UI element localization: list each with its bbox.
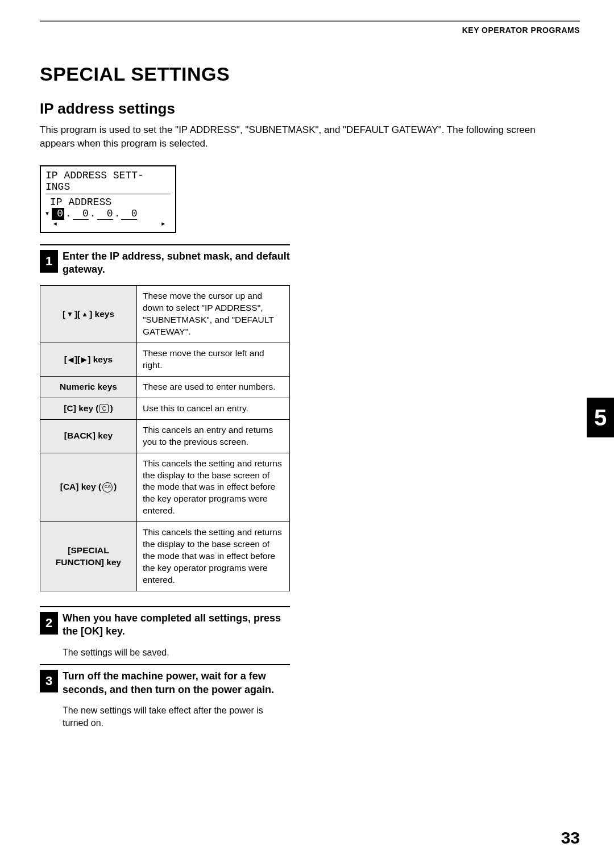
table-row: [CA] key (CA) This cancels the setting a… (40, 453, 290, 522)
subsection-title: IP address settings (40, 100, 580, 118)
header-rule (40, 20, 580, 22)
step-title: Enter the IP address, subnet mask, and d… (63, 250, 290, 277)
updown-keys-label: [▼][▲] keys (63, 308, 114, 320)
section-title: SPECIAL SETTINGS (40, 63, 580, 85)
step-2: 2 When you have completed all settings, … (40, 612, 290, 639)
right-triangle-icon: ▶ (81, 356, 86, 363)
step-divider (40, 606, 290, 607)
step-note: The new settings will take effect after … (63, 704, 290, 729)
ca-key-icon: CA (102, 482, 113, 493)
table-row: [◀][▶] keys These move the cursor left a… (40, 343, 290, 377)
lcd-screen: IP ADDRESS SETT- INGS IP ADDRESS ▼ 0.0.0… (40, 165, 176, 233)
down-arrow-icon: ▼ (45, 211, 49, 217)
step-3: 3 Turn off the machine power, wait for a… (40, 670, 290, 696)
lcd-line-1b: INGS (45, 181, 171, 193)
page-number: 33 (561, 828, 580, 848)
numeric-keys-label: Numeric keys (40, 376, 137, 398)
lcd-line-1: IP ADDRESS SETT- (45, 170, 171, 181)
special-function-key-label: [SPECIAL FUNCTION] key (40, 522, 137, 591)
step-divider (40, 244, 290, 245)
leftright-keys-label: [◀][▶] keys (64, 354, 113, 366)
up-triangle-icon: ▲ (81, 311, 88, 318)
step-number-badge: 2 (40, 612, 58, 635)
key-desc: These are used to enter numbers. (137, 376, 290, 398)
lcd-line-2: IP ADDRESS (45, 197, 171, 208)
step-title: When you have completed all settings, pr… (63, 612, 290, 639)
key-desc: This cancels the setting and returns the… (137, 453, 290, 522)
step-number-badge: 3 (40, 670, 58, 692)
right-arrow-icon: ► (161, 221, 165, 227)
table-row: Numeric keys These are used to enter num… (40, 376, 290, 398)
key-desc: These move the cursor left and right. (137, 343, 290, 377)
table-row: [SPECIAL FUNCTION] key This cancels the … (40, 522, 290, 591)
left-arrow-icon: ◄ (53, 221, 57, 227)
table-row: [BACK] key This cancels an entry and ret… (40, 419, 290, 453)
lcd-ip-value: 0.0.0.0 (51, 208, 138, 220)
ca-key-label: [CA] key (CA) (60, 481, 117, 493)
step-number-badge: 1 (40, 250, 58, 273)
step-note: The settings will be saved. (63, 646, 290, 659)
c-key-icon: C (99, 404, 109, 413)
key-desc: This cancels the setting and returns the… (137, 522, 290, 591)
running-head: KEY OPERATOR PROGRAMS (40, 26, 580, 35)
key-desc: These move the cursor up and down to sel… (137, 286, 290, 343)
down-triangle-icon: ▼ (67, 311, 73, 318)
step-divider (40, 664, 290, 665)
step-title: Turn off the machine power, wait for a f… (63, 670, 290, 696)
key-desc: Use this to cancel an entry. (137, 398, 290, 419)
key-desc: This cancels an entry and returns you to… (137, 419, 290, 453)
c-key-label: [C] key (C) (64, 403, 113, 415)
chapter-tab: 5 (587, 398, 614, 437)
intro-paragraph: This program is used to set the "IP ADDR… (40, 123, 563, 151)
left-triangle-icon: ◀ (68, 356, 73, 363)
lcd-divider (45, 194, 171, 194)
keys-table: [▼][▲] keys These move the cursor up and… (40, 285, 290, 591)
back-key-label: [BACK] key (40, 419, 137, 453)
table-row: [C] key (C) Use this to cancel an entry. (40, 398, 290, 419)
step-1: 1 Enter the IP address, subnet mask, and… (40, 250, 290, 277)
table-row: [▼][▲] keys These move the cursor up and… (40, 286, 290, 343)
